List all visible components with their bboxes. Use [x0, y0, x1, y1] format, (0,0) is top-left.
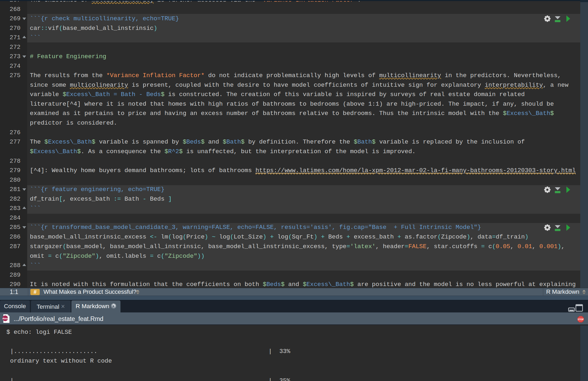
svg-text:STOP: STOP: [578, 318, 584, 321]
svg-text:Rmd: Rmd: [2, 317, 8, 320]
